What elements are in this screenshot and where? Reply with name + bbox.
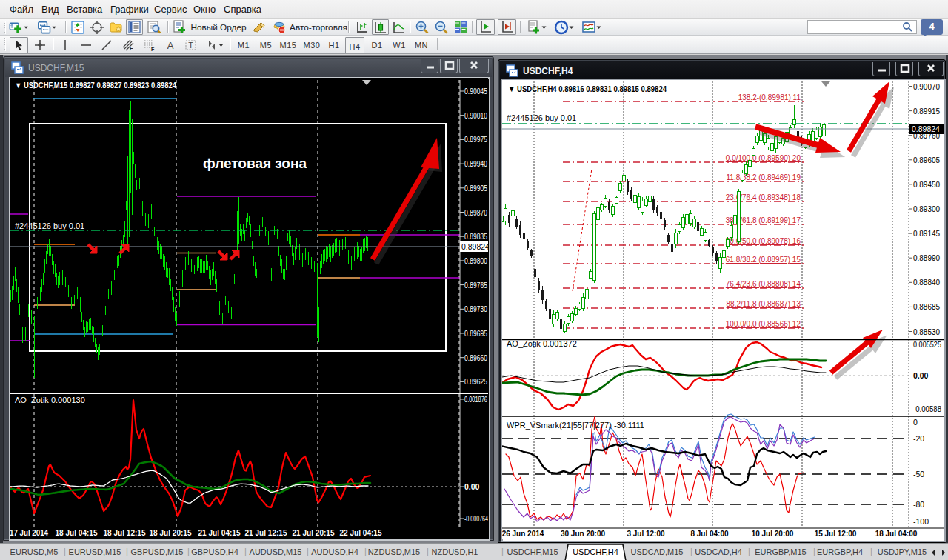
svg-text:21 Jul 20:15: 21 Jul 20:15 — [293, 528, 335, 537]
svg-text:0.89605: 0.89605 — [913, 156, 940, 164]
svg-text:0.88530: 0.88530 — [913, 327, 940, 336]
svg-text:0.88990: 0.88990 — [913, 253, 940, 262]
svg-text:100.0/0.0 (0.88566) 12: 100.0/0.0 (0.88566) 12 — [726, 320, 801, 328]
svg-text:-0.00588: -0.00588 — [913, 404, 941, 413]
svg-text:17 Jul 2014: 17 Jul 2014 — [10, 528, 48, 537]
svg-text:0.00: 0.00 — [464, 482, 480, 491]
svg-text:18 Jul 20:15: 18 Jul 20:15 — [150, 528, 192, 537]
svg-text:0.89695: 0.89695 — [464, 329, 487, 338]
svg-text:0.89800: 0.89800 — [464, 256, 487, 265]
svg-text:10 Jul 20:00: 10 Jul 20:00 — [752, 530, 794, 538]
svg-text:0.89975: 0.89975 — [464, 135, 487, 144]
svg-text:-20: -20 — [913, 434, 924, 443]
svg-text:F: F — [151, 47, 155, 52]
svg-text:0.89765: 0.89765 — [464, 281, 487, 290]
svg-text:0.89905: 0.89905 — [464, 184, 487, 193]
svg-text:▼ USDCHF,M15 0.89827 0.89827: ▼ USDCHF,M15 0.89827 0.89827 0.89823 0.8… — [15, 81, 177, 90]
svg-text:138.2-(0.89981) 11: 138.2-(0.89981) 11 — [738, 93, 801, 101]
svg-text:0.00: 0.00 — [913, 371, 929, 380]
svg-text:0.89300: 0.89300 — [913, 204, 940, 213]
svg-text:-0.000764: -0.000764 — [464, 514, 488, 523]
svg-text:0.90010: 0.90010 — [464, 111, 487, 120]
svg-text:0.89870: 0.89870 — [464, 208, 487, 217]
svg-text:#2445126 buy 0.01: #2445126 buy 0.01 — [15, 221, 84, 230]
svg-text:0.89625: 0.89625 — [464, 377, 487, 386]
svg-text:0.88685: 0.88685 — [913, 302, 940, 311]
svg-text:0.89824: 0.89824 — [912, 124, 940, 133]
svg-text:WPR_VSmark(21|55|77|277) -30.1: WPR_VSmark(21|55|77|277) -30.1111 — [507, 421, 644, 430]
svg-text:0.0/100.0 (0.89590) 20: 0.0/100.0 (0.89590) 20 — [726, 154, 801, 162]
svg-text:AO_Zotik 0.000130: AO_Zotik 0.000130 — [15, 396, 85, 404]
svg-text:88.2/11.8 (0.88687) 13: 88.2/11.8 (0.88687) 13 — [727, 300, 801, 308]
svg-text:8 Jul 04:00: 8 Jul 04:00 — [690, 530, 729, 538]
svg-text:21 Jul 12:15: 21 Jul 12:15 — [245, 528, 287, 537]
svg-text:30 Jun 20:00: 30 Jun 20:00 — [561, 530, 605, 538]
svg-text:18 Jul 12:15: 18 Jul 12:15 — [104, 528, 146, 537]
svg-text:18 Jul 04:00: 18 Jul 04:00 — [875, 530, 918, 538]
svg-text:0.89915: 0.89915 — [913, 107, 940, 116]
svg-text:0.89835: 0.89835 — [464, 232, 487, 241]
svg-text:0.89145: 0.89145 — [913, 229, 940, 238]
svg-text:26 Jun 2014: 26 Jun 2014 — [502, 530, 544, 538]
svg-text:18 Jul 04:15: 18 Jul 04:15 — [56, 528, 98, 537]
svg-text:0.88840: 0.88840 — [913, 278, 940, 287]
svg-text:3 Jul 12:00: 3 Jul 12:00 — [627, 530, 665, 538]
svg-text:0.89450: 0.89450 — [913, 180, 940, 189]
svg-text:E: E — [130, 46, 133, 51]
svg-text:AO_Zotik 0.001372: AO_Zotik 0.001372 — [507, 339, 577, 348]
svg-text:0: 0 — [913, 418, 918, 427]
svg-text:-80: -80 — [913, 500, 924, 509]
svg-text:21 Jul 04:15: 21 Jul 04:15 — [198, 528, 241, 537]
svg-text:0.90070: 0.90070 — [913, 82, 940, 91]
svg-text:0.005525: 0.005525 — [913, 340, 941, 349]
svg-text:0.89940: 0.89940 — [464, 159, 487, 168]
svg-text:-50: -50 — [913, 470, 924, 479]
svg-text:11.8/88.2 (0.89469) 19: 11.8/88.2 (0.89469) 19 — [727, 173, 801, 181]
svg-text:#2445126 buy 0.01: #2445126 buy 0.01 — [507, 113, 576, 122]
svg-text:▼ USDCHF,H4 0.89816 0.89831 0: ▼ USDCHF,H4 0.89816 0.89831 0.89815 0.89… — [508, 84, 667, 93]
svg-text:76.4/23.6 (0.88808) 14: 76.4/23.6 (0.88808) 14 — [726, 280, 801, 288]
svg-text:22 Jul 04:15: 22 Jul 04:15 — [340, 528, 382, 537]
svg-text:0.89660: 0.89660 — [464, 353, 487, 362]
svg-text:A: A — [167, 40, 174, 51]
svg-text:0.89730: 0.89730 — [464, 304, 487, 313]
svg-text:-100: -100 — [913, 517, 929, 526]
svg-text:15 Jul 12:00: 15 Jul 12:00 — [815, 530, 857, 538]
svg-text:флетовая зона: флетовая зона — [203, 156, 307, 171]
svg-text:0.89824: 0.89824 — [461, 242, 488, 251]
svg-text:0.001876: 0.001876 — [464, 395, 487, 404]
svg-text:61.8/38.2 (0.88957) 15: 61.8/38.2 (0.88957) 15 — [726, 256, 801, 264]
svg-text:0.90045: 0.90045 — [464, 87, 487, 96]
svg-text:T: T — [188, 41, 193, 50]
